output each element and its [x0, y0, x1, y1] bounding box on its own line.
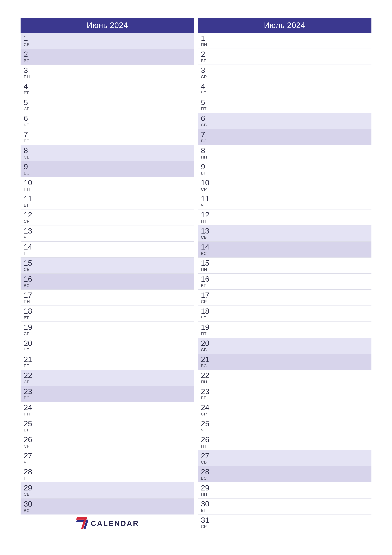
- day-of-week: СР: [201, 525, 217, 529]
- day-row: 24ПН: [21, 402, 194, 418]
- day-of-week: СБ: [24, 43, 40, 47]
- day-of-week: ВТ: [201, 59, 217, 63]
- day-label: 28ПТ: [21, 466, 40, 482]
- day-of-week: ЧТ: [24, 460, 40, 464]
- day-row: 24СР: [198, 402, 371, 418]
- day-label: 28ВС: [198, 466, 217, 482]
- day-row: 5СР: [21, 97, 194, 113]
- day-number: 12: [201, 211, 217, 219]
- day-label: 18ВТ: [21, 306, 40, 322]
- day-number: 29: [24, 484, 40, 492]
- day-label: 6СБ: [198, 113, 217, 129]
- day-label: 30ВТ: [198, 498, 217, 514]
- day-of-week: ЧТ: [201, 91, 217, 95]
- day-of-week: СР: [201, 412, 217, 416]
- day-number: 20: [24, 339, 40, 347]
- day-of-week: ВТ: [201, 508, 217, 513]
- day-label: 7ПТ: [21, 129, 40, 145]
- day-row: 29СБ: [21, 482, 194, 498]
- day-note-space: [217, 354, 371, 370]
- day-row: 30ВС: [21, 498, 194, 515]
- day-note-space: [217, 226, 371, 241]
- day-number: 3: [24, 66, 40, 74]
- day-note-space: [40, 49, 194, 65]
- day-label: 2ВТ: [198, 49, 217, 65]
- day-row: 23ВС: [21, 386, 194, 402]
- day-number: 7: [201, 131, 217, 139]
- day-label: 22СБ: [21, 370, 40, 386]
- day-number: 24: [201, 404, 217, 411]
- day-number: 5: [201, 99, 217, 106]
- day-number: 25: [201, 420, 217, 428]
- day-row: 13ЧТ: [21, 226, 194, 241]
- day-of-week: ЧТ: [24, 123, 40, 127]
- day-row: 8СБ: [21, 145, 194, 161]
- day-row: 22ПН: [198, 370, 371, 386]
- day-number: 5: [24, 99, 40, 106]
- seven-icon: [76, 517, 88, 529]
- day-row: 1СБ: [21, 33, 194, 49]
- day-note-space: [217, 33, 371, 49]
- day-of-week: ВС: [24, 284, 40, 288]
- day-row: 15СБ: [21, 258, 194, 274]
- day-label: 9ВТ: [198, 161, 217, 177]
- day-label: 24СР: [198, 402, 217, 418]
- day-note-space: [217, 306, 371, 322]
- brand-footer: CALENDAR: [21, 517, 194, 529]
- day-label: 11ЧТ: [198, 193, 217, 209]
- day-note-space: [40, 210, 194, 225]
- days-list: 1СБ2ВС3ПН4ВТ5СР6ЧТ7ПТ8СБ9ВС10ПН11ВТ12СР1…: [21, 33, 194, 514]
- day-label: 24ПН: [21, 402, 40, 418]
- day-note-space: [40, 482, 194, 498]
- day-of-week: ВТ: [201, 284, 217, 288]
- day-note-space: [40, 258, 194, 273]
- day-number: 4: [24, 82, 40, 90]
- day-label: 22ПН: [198, 370, 217, 386]
- day-note-space: [40, 129, 194, 145]
- day-note-space: [217, 113, 371, 129]
- day-number: 25: [24, 420, 40, 428]
- day-of-week: ПН: [201, 43, 217, 47]
- day-row: 2ВС: [21, 49, 194, 65]
- day-of-week: ВТ: [201, 396, 217, 400]
- day-note-space: [40, 450, 194, 466]
- day-label: 10СР: [198, 177, 217, 193]
- day-of-week: ПТ: [201, 219, 217, 224]
- day-row: 19ПТ: [198, 322, 371, 338]
- day-of-week: ПТ: [24, 476, 40, 481]
- day-note-space: [217, 434, 371, 450]
- day-label: 1ПН: [198, 33, 217, 49]
- day-row: 5ПТ: [198, 97, 371, 113]
- day-row: 15ПН: [198, 258, 371, 274]
- day-of-week: ВС: [24, 509, 40, 513]
- day-note-space: [40, 322, 194, 338]
- day-number: 13: [24, 227, 40, 235]
- day-note-space: [217, 49, 371, 65]
- day-label: 30ВС: [21, 498, 40, 515]
- day-label: 15ПН: [198, 258, 217, 273]
- day-label: 8СБ: [21, 145, 40, 161]
- day-label: 20ЧТ: [21, 338, 40, 354]
- day-of-week: ПН: [24, 299, 40, 304]
- day-note-space: [217, 514, 371, 531]
- day-of-week: СР: [201, 187, 217, 191]
- day-note-space: [40, 386, 194, 402]
- day-note-space: [40, 290, 194, 306]
- day-row: 16ВС: [21, 274, 194, 290]
- day-row: 31СР: [198, 514, 371, 531]
- day-number: 21: [201, 356, 217, 363]
- day-row: 26ПТ: [198, 434, 371, 450]
- day-of-week: СБ: [201, 348, 217, 352]
- day-note-space: [217, 322, 371, 338]
- day-row: 10ПН: [21, 177, 194, 193]
- day-of-week: ВС: [201, 364, 217, 368]
- day-of-week: СР: [24, 107, 40, 111]
- day-note-space: [40, 161, 194, 177]
- day-of-week: ВТ: [24, 428, 40, 432]
- day-number: 20: [201, 339, 217, 347]
- day-of-week: ПН: [201, 155, 217, 159]
- day-note-space: [217, 193, 371, 209]
- day-label: 11ВТ: [21, 193, 40, 209]
- day-of-week: ВТ: [24, 316, 40, 320]
- day-label: 5СР: [21, 97, 40, 113]
